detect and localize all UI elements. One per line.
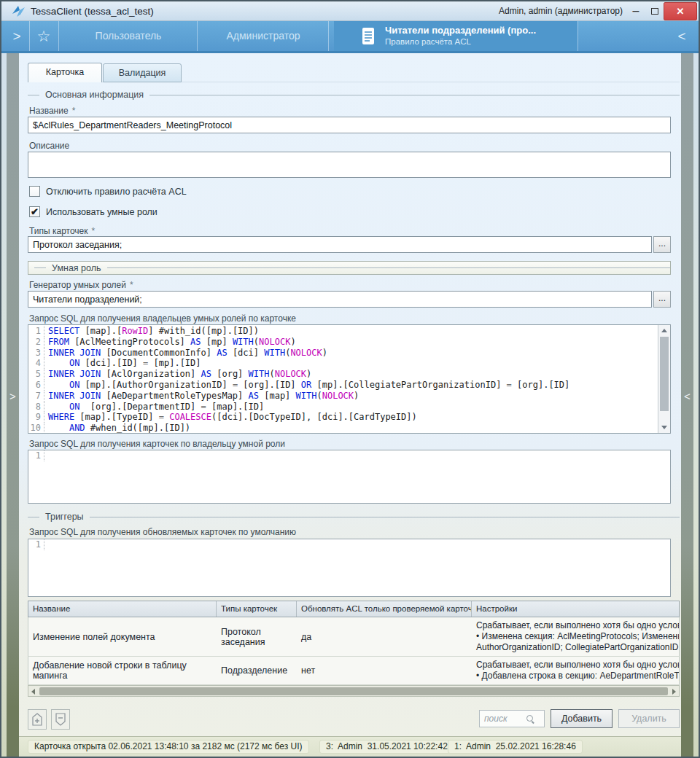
- table-header-row: НазваниеТипы карточекОбновлять ACL тольк…: [28, 601, 680, 617]
- sql-owners-code: 1SELECT [map].[RowID] #with_id([mp].[ID]…: [28, 325, 670, 434]
- badge-plus-button[interactable]: [28, 709, 47, 730]
- code-line: 10 AND #when_id([mp].[ID]): [28, 423, 670, 434]
- card-types-ellipsis-button[interactable]: ...: [653, 236, 671, 253]
- sql-default-editor[interactable]: 1: [28, 539, 671, 597]
- description-field[interactable]: [28, 152, 671, 178]
- favorites-star-icon[interactable]: ☆: [31, 21, 57, 51]
- scroll-down-icon[interactable]: [661, 426, 667, 429]
- active-card-subtitle: Правило расчёта ACL: [385, 37, 471, 46]
- sql-owners-editor[interactable]: 1SELECT [map].[RowID] #with_id([mp].[ID]…: [28, 324, 671, 434]
- table-header-cell[interactable]: Типы карточек: [217, 601, 297, 617]
- sql-owners-scrollbar[interactable]: [658, 325, 670, 433]
- delete-button[interactable]: Удалить: [618, 709, 680, 728]
- nav-tab-user[interactable]: Пользователь: [60, 21, 197, 51]
- section-triggers-label: Триггеры: [45, 512, 84, 522]
- code-line: 7INNER JOIN [AeDepartmentRoleTypesMap] A…: [28, 391, 670, 402]
- line-number: 1: [28, 450, 44, 461]
- table-header-cell[interactable]: Обновлять ACL только проверяемой карточк…: [297, 601, 472, 617]
- left-panel-splitter[interactable]: >: [7, 53, 19, 757]
- status-card-opened: Карточка открыта 02.06.2021 13:48:10 за …: [28, 740, 309, 754]
- generator-field[interactable]: [28, 291, 652, 308]
- name-label: Название*: [29, 106, 75, 116]
- collapse-tab-chevron-icon[interactable]: <: [671, 21, 693, 51]
- sql-default-label: Запрос SQL для получения обновляемых кар…: [29, 527, 296, 537]
- code-line: 4 ON [dci].[ID] = [mp].[ID]: [28, 358, 670, 369]
- badge-minus-icon: [55, 712, 66, 727]
- scroll-right-icon[interactable]: [672, 689, 676, 695]
- disable-acl-label: Отключить правило расчёта ACL: [46, 187, 187, 197]
- use-smart-roles-checkbox[interactable]: ✔: [29, 206, 40, 217]
- window-title: TessaClient (tessa_acl_test): [31, 1, 154, 21]
- sql-cards-editor[interactable]: 1: [28, 450, 671, 504]
- generator-ellipsis-button[interactable]: ...: [653, 291, 671, 308]
- required-marker: *: [130, 280, 133, 290]
- nav-divider: [58, 21, 59, 51]
- line-number: 1: [28, 326, 44, 337]
- section-smart-role-label: Умная роль: [52, 263, 101, 273]
- sql-owners-label: Запрос SQL для получения владельцев умны…: [29, 313, 296, 324]
- document-icon: [360, 27, 376, 46]
- trigger-types-cell: Подразделение: [217, 663, 297, 679]
- add-button[interactable]: Добавить: [551, 709, 612, 728]
- expand-panel-chevron-icon[interactable]: >: [6, 21, 28, 51]
- card-types-field[interactable]: [28, 236, 652, 253]
- nav-divider: [578, 21, 578, 51]
- nav-tab-admin[interactable]: Администратор: [198, 21, 328, 51]
- table-row[interactable]: Добавление новой строки в таблицу мапинг…: [28, 657, 680, 685]
- line-number: 2: [28, 337, 44, 348]
- tab-validation[interactable]: Валидация: [103, 63, 182, 82]
- left-window-edge: [1, 53, 7, 757]
- right-panel-splitter[interactable]: <: [681, 53, 693, 757]
- search-input[interactable]: [484, 714, 526, 724]
- trigger-name-cell: Добавление новой строки в таблицу мапинг…: [28, 657, 217, 684]
- required-marker: *: [92, 226, 96, 236]
- code-line: 5INNER JOIN [AclOrganization] AS [org] W…: [28, 369, 670, 380]
- line-number: 6: [28, 380, 44, 391]
- table-horizontal-scrollbar[interactable]: [28, 685, 680, 697]
- trigger-settings-cell: Срабатывает, если выполнено хотя бы одно…: [472, 657, 680, 684]
- name-field[interactable]: [28, 117, 671, 133]
- generator-label: Генератор умных ролей*: [29, 280, 133, 290]
- current-user-label: Admin, admin (администратор): [499, 1, 623, 21]
- badge-minus-button[interactable]: [51, 709, 70, 730]
- sql-cards-label: Запрос SQL для получения карточек по вла…: [29, 439, 285, 449]
- use-smart-roles-label: Использовать умные роли: [46, 207, 158, 217]
- line-number: 3: [28, 348, 44, 359]
- app-window: TessaClient (tessa_acl_test) Admin, admi…: [0, 0, 700, 758]
- code-line: 1SELECT [map].[RowID] #with_id([mp].[ID]…: [28, 326, 670, 337]
- line-number: 5: [28, 369, 44, 380]
- table-header-cell[interactable]: Настройки: [472, 601, 680, 617]
- table-row[interactable]: Изменение полей документаПротокол заседа…: [28, 617, 680, 657]
- use-smart-roles-checkbox-row[interactable]: ✔ Использовать умные роли: [29, 206, 158, 217]
- close-icon[interactable]: ✕: [664, 2, 697, 20]
- left-panel-chevron-icon[interactable]: >: [7, 390, 19, 402]
- minimize-icon[interactable]: –: [627, 1, 645, 21]
- triggers-table: НазваниеТипы карточекОбновлять ACL тольк…: [28, 601, 680, 697]
- maximize-icon[interactable]: [646, 1, 664, 21]
- section-triggers: Триггеры: [28, 512, 680, 522]
- search-icon: [526, 715, 534, 723]
- status-bar: Карточка открыта 02.06.2021 13:48:10 за …: [19, 736, 681, 757]
- section-smart-role: Умная роль: [28, 261, 671, 275]
- disable-acl-checkbox-row[interactable]: Отключить правило расчёта ACL: [29, 186, 187, 197]
- trigger-only-checked-cell: нет: [297, 663, 472, 679]
- table-header-cell[interactable]: Название: [28, 601, 217, 617]
- code-line: 6 ON [mp].[AuthorOrganizationID] = [org]…: [28, 380, 670, 391]
- scroll-left-icon[interactable]: [31, 689, 35, 695]
- nav-tab-active[interactable]: Читатели подразделений (про... Правило р…: [334, 21, 578, 51]
- nav-divider: [328, 21, 329, 51]
- disable-acl-checkbox[interactable]: [29, 186, 40, 197]
- trigger-only-checked-cell: да: [297, 629, 472, 645]
- scrollbar-thumb[interactable]: [660, 337, 669, 411]
- tab-card[interactable]: Карточка: [28, 63, 102, 82]
- section-main-info-label: Основная информация: [45, 90, 144, 100]
- code-line: 2FROM [AclMeetingProtocols] AS [mp] WITH…: [28, 337, 670, 348]
- section-main-info: Основная информация: [28, 90, 680, 100]
- active-card-title: Читатели подразделений (про...: [385, 25, 536, 36]
- line-number: 1: [28, 539, 44, 550]
- right-panel-chevron-icon[interactable]: <: [681, 390, 693, 402]
- table-body: Изменение полей документаПротокол заседа…: [28, 617, 680, 685]
- table-search-box[interactable]: [479, 710, 545, 727]
- scroll-up-icon[interactable]: [661, 329, 667, 332]
- scrollbar-thumb[interactable]: [39, 687, 668, 695]
